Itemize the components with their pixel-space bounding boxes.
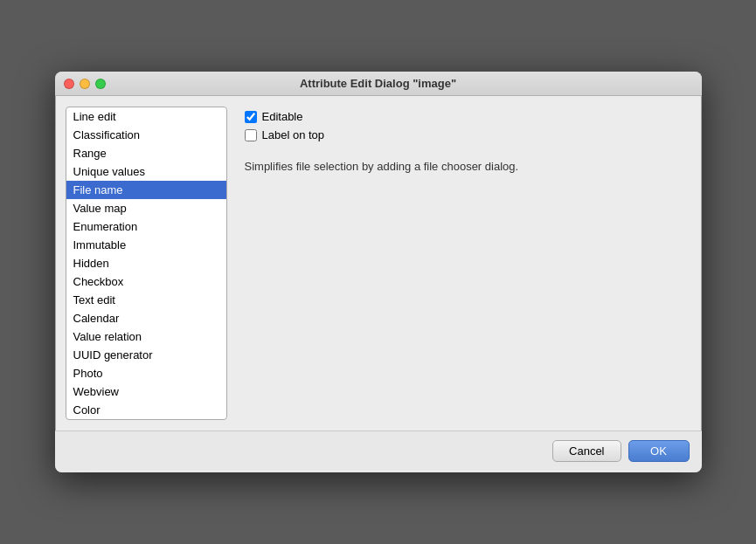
list-item-enumeration[interactable]: Enumeration xyxy=(66,217,226,236)
list-item-photo[interactable]: Photo xyxy=(66,364,226,382)
traffic-lights xyxy=(64,79,106,89)
label-on-top-label[interactable]: Label on top xyxy=(262,128,325,141)
list-item-value-map[interactable]: Value map xyxy=(66,199,226,217)
cancel-button[interactable]: Cancel xyxy=(552,440,621,462)
editable-label[interactable]: Editable xyxy=(262,110,303,123)
list-item-color[interactable]: Color xyxy=(66,401,226,419)
widget-type-list[interactable]: Line editClassificationRangeUnique value… xyxy=(66,107,227,420)
dialog-window: Attribute Edit Dialog "image" Line editC… xyxy=(55,72,702,472)
list-item-classification[interactable]: Classification xyxy=(66,126,226,144)
window-title: Attribute Edit Dialog "image" xyxy=(300,77,456,90)
editable-checkbox[interactable] xyxy=(245,111,257,123)
list-item-webview[interactable]: Webview xyxy=(66,382,226,401)
list-item-file-name[interactable]: File name xyxy=(66,181,226,199)
options-area: Editable Label on top xyxy=(245,110,684,141)
right-panel: Editable Label on top Simplifies file se… xyxy=(238,107,691,420)
list-item-line-edit[interactable]: Line edit xyxy=(66,107,226,126)
list-item-checkbox[interactable]: Checkbox xyxy=(66,272,226,291)
list-item-hidden[interactable]: Hidden xyxy=(66,254,226,272)
description-text: Simplifies file selection by adding a fi… xyxy=(245,159,684,175)
dialog-footer: Cancel OK xyxy=(55,430,702,472)
list-item-range[interactable]: Range xyxy=(66,144,226,162)
ok-button[interactable]: OK xyxy=(628,440,690,462)
minimize-button[interactable] xyxy=(80,79,90,89)
list-item-value-relation[interactable]: Value relation xyxy=(66,327,226,346)
label-on-top-row: Label on top xyxy=(245,128,684,141)
dialog-content: Line editClassificationRangeUnique value… xyxy=(55,96,702,430)
label-on-top-checkbox[interactable] xyxy=(245,129,257,141)
list-item-unique-values[interactable]: Unique values xyxy=(66,162,226,181)
list-item-text-edit[interactable]: Text edit xyxy=(66,291,226,309)
editable-row: Editable xyxy=(245,110,684,123)
maximize-button[interactable] xyxy=(95,79,106,89)
list-item-calendar[interactable]: Calendar xyxy=(66,309,226,327)
close-button[interactable] xyxy=(64,79,74,89)
list-item-immutable[interactable]: Immutable xyxy=(66,236,226,254)
list-item-uuid-generator[interactable]: UUID generator xyxy=(66,346,226,364)
title-bar: Attribute Edit Dialog "image" xyxy=(55,72,702,96)
